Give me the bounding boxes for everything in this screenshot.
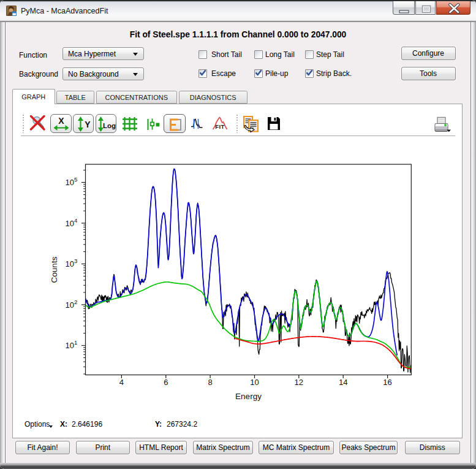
svg-text:102: 102	[66, 299, 78, 310]
svg-text:12: 12	[295, 378, 303, 387]
svg-text:FIT: FIT	[215, 123, 225, 130]
svg-text:16: 16	[383, 378, 391, 387]
svg-text:6: 6	[164, 378, 168, 387]
svg-text:103: 103	[66, 257, 78, 269]
svg-text:105: 105	[66, 176, 78, 187]
svg-text:8: 8	[208, 378, 212, 387]
svg-text:Counts: Counts	[50, 256, 59, 283]
svg-text:10: 10	[250, 378, 259, 387]
svg-text:Y: Y	[85, 119, 91, 129]
svg-text:104: 104	[66, 217, 78, 228]
svg-text:14: 14	[339, 378, 347, 387]
svg-text:4: 4	[119, 378, 124, 387]
svg-text:Log: Log	[102, 122, 115, 129]
svg-text:101: 101	[66, 339, 78, 350]
svg-text:X: X	[58, 116, 64, 126]
svg-text:Energy: Energy	[235, 392, 262, 401]
